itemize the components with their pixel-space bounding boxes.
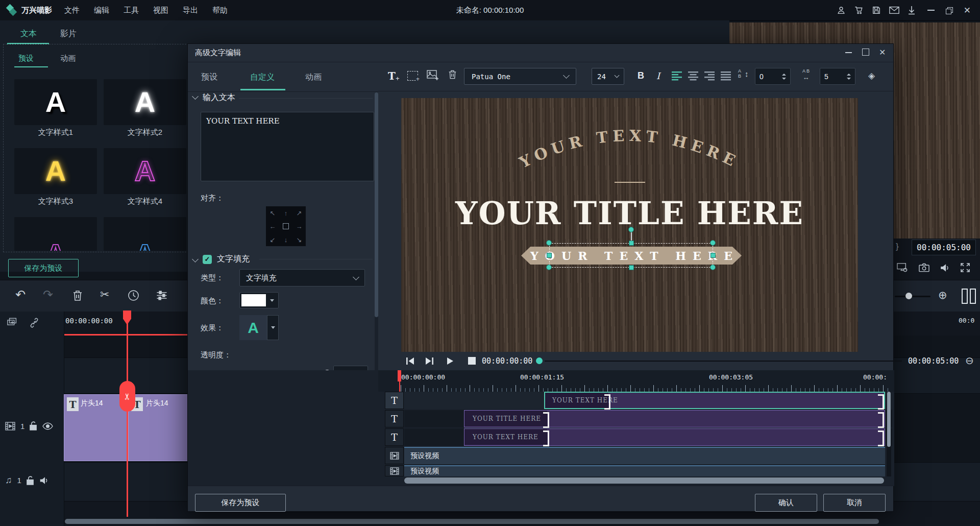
arc-text[interactable]: YOUR TEXT HERE xyxy=(492,125,767,186)
selection-handle-br[interactable] xyxy=(710,265,716,270)
spinner-arrows[interactable] xyxy=(847,74,851,80)
trim-bracket-end[interactable] xyxy=(878,412,884,428)
dialog-save-preset-button[interactable]: 保存为预设 xyxy=(195,494,286,512)
align-bottom-icon[interactable]: ↓ xyxy=(279,233,292,246)
align-top-right-icon[interactable]: ↗ xyxy=(292,206,306,220)
scrub-handle[interactable] xyxy=(536,357,543,364)
input-section-header[interactable]: 输入文本 xyxy=(193,92,235,103)
display-settings-icon[interactable] xyxy=(897,262,908,273)
tab-video[interactable]: 影片 xyxy=(60,29,77,39)
align-justify-button[interactable] xyxy=(721,71,732,81)
delete-text-icon[interactable] xyxy=(448,69,457,80)
dialog-timeline-h-scrollbar[interactable] xyxy=(404,477,884,484)
effect-dropdown-arrow[interactable] xyxy=(267,315,279,340)
align-bottom-left-icon[interactable]: ↙ xyxy=(266,233,279,246)
track-icon-video1[interactable] xyxy=(385,447,404,464)
restore-icon[interactable] xyxy=(946,7,952,14)
save-icon[interactable] xyxy=(872,6,881,15)
text-style-thumb-1[interactable]: A xyxy=(14,79,97,125)
align-right-icon[interactable]: → xyxy=(292,220,306,233)
speaker-icon[interactable] xyxy=(940,264,950,272)
library-save-preset-button[interactable]: 保存为预设 xyxy=(8,259,79,277)
stop-icon[interactable] xyxy=(468,357,476,365)
menu-help[interactable]: 帮助 xyxy=(205,6,235,15)
dialog-cancel-button[interactable]: 取消 xyxy=(823,494,886,512)
align-left-button[interactable] xyxy=(672,71,683,81)
trim-bracket-end[interactable] xyxy=(878,431,884,446)
undo-icon[interactable]: ↶ xyxy=(15,288,26,302)
dialog-clip-track1[interactable]: YOUR TEXT HERE xyxy=(544,392,885,409)
fill-section-header[interactable]: ✓ 文字填充 xyxy=(193,254,250,265)
line-spacing-spinner[interactable]: 0 xyxy=(755,68,791,85)
split-pill-button[interactable]: ✂ xyxy=(119,381,135,412)
playhead-line[interactable] xyxy=(127,312,128,517)
dialog-clip-track2[interactable]: YOUR TITLE HERE xyxy=(464,410,885,427)
close-icon[interactable]: ✕ xyxy=(964,6,971,15)
text-style-thumb-2[interactable]: A xyxy=(104,79,186,125)
align-grid[interactable]: ↖ ↑ ↗ ← → ↙ ↓ ↘ xyxy=(266,206,306,246)
bold-button[interactable]: B xyxy=(638,70,644,81)
dialog-maximize-icon[interactable] xyxy=(862,49,869,56)
unlock-icon[interactable] xyxy=(27,476,34,485)
menu-file[interactable]: 文件 xyxy=(57,6,87,15)
rotation-handle[interactable] xyxy=(628,227,634,232)
scrub-track[interactable] xyxy=(545,361,902,362)
subtab-animation[interactable]: 动画 xyxy=(60,54,76,63)
add-text-icon[interactable]: T+ xyxy=(388,70,399,82)
align-right-button[interactable] xyxy=(704,71,716,81)
menu-tools[interactable]: 工具 xyxy=(116,6,146,15)
selection-handle-right[interactable] xyxy=(710,253,716,258)
selection-handle-top[interactable] xyxy=(629,241,634,246)
align-top-left-icon[interactable]: ↖ xyxy=(266,206,279,220)
dialog-confirm-button[interactable]: 确认 xyxy=(755,494,817,512)
dialog-timeline-v-scrollbar[interactable] xyxy=(887,392,891,476)
align-center-button[interactable] xyxy=(688,71,699,81)
text-style-thumb-5[interactable]: A xyxy=(14,217,97,251)
dialog-close-icon[interactable]: ✕ xyxy=(879,47,886,57)
dialog-video-track-2[interactable]: 预设视频 xyxy=(404,465,885,476)
play-icon[interactable] xyxy=(447,357,454,365)
text-input[interactable]: YOUR TEXT HERE xyxy=(201,112,374,181)
selection-box[interactable] xyxy=(549,243,713,268)
dialog-tab-custom[interactable]: 自定义 xyxy=(250,72,275,83)
text-style-thumb-6[interactable]: A xyxy=(104,217,186,251)
align-center-icon[interactable] xyxy=(279,220,292,233)
fill-effect-picker[interactable]: A xyxy=(239,315,279,340)
mute-speaker-icon[interactable] xyxy=(39,476,49,485)
selection-handle-tr[interactable] xyxy=(710,240,716,246)
zoom-out-icon[interactable]: ⊖ xyxy=(965,354,974,367)
fill-color-picker[interactable] xyxy=(239,292,279,308)
dialog-title-bar[interactable]: 高级文字编辑 ✕ xyxy=(188,44,894,62)
letter-spacing-spinner[interactable]: 5 xyxy=(820,68,855,85)
timeline-h-scrollbar[interactable] xyxy=(65,519,879,524)
trim-bracket[interactable] xyxy=(604,394,610,410)
cart-icon[interactable] xyxy=(854,6,864,15)
add-track-icon[interactable] xyxy=(7,318,18,328)
fullscreen-icon[interactable] xyxy=(961,263,970,272)
trim-bracket[interactable] xyxy=(543,412,549,428)
minimize-icon[interactable] xyxy=(927,10,935,11)
add-shape-icon[interactable]: + xyxy=(407,71,418,81)
track-height-icon[interactable] xyxy=(962,289,968,304)
add-image-icon[interactable] xyxy=(427,70,439,81)
track-icon-T3[interactable]: T xyxy=(385,428,404,446)
preview-timecode[interactable]: 00:00:05:00 xyxy=(912,240,976,255)
font-family-select[interactable]: Patua One xyxy=(464,68,576,85)
delete-icon[interactable] xyxy=(72,290,83,301)
color-dropdown-arrow[interactable] xyxy=(268,294,276,306)
trim-bracket[interactable] xyxy=(543,431,549,446)
timeline-zoom-handle[interactable] xyxy=(905,293,912,299)
selection-handle-bottom[interactable] xyxy=(629,265,634,270)
fill-checkbox[interactable]: ✓ xyxy=(203,255,212,264)
zoom-in-icon[interactable]: ⊕ xyxy=(938,289,947,301)
previous-frame-icon[interactable] xyxy=(406,357,414,365)
selection-handle-tl[interactable] xyxy=(546,240,552,246)
align-left-icon[interactable]: ← xyxy=(266,220,279,233)
timeline-zoom-slider[interactable] xyxy=(895,296,930,297)
playhead-marker[interactable] xyxy=(123,310,131,325)
duration-clock-icon[interactable] xyxy=(128,290,139,301)
download-icon[interactable] xyxy=(908,6,916,15)
spinner-arrows[interactable] xyxy=(782,74,786,80)
keyframe-diamond-icon[interactable]: ◈ xyxy=(868,70,875,81)
dialog-clip-track3[interactable]: YOUR TEXT HERE xyxy=(464,428,885,446)
